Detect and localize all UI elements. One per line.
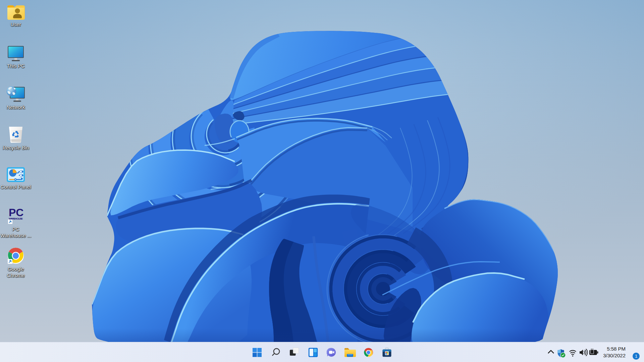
svg-text:PC: PC [9,206,23,219]
